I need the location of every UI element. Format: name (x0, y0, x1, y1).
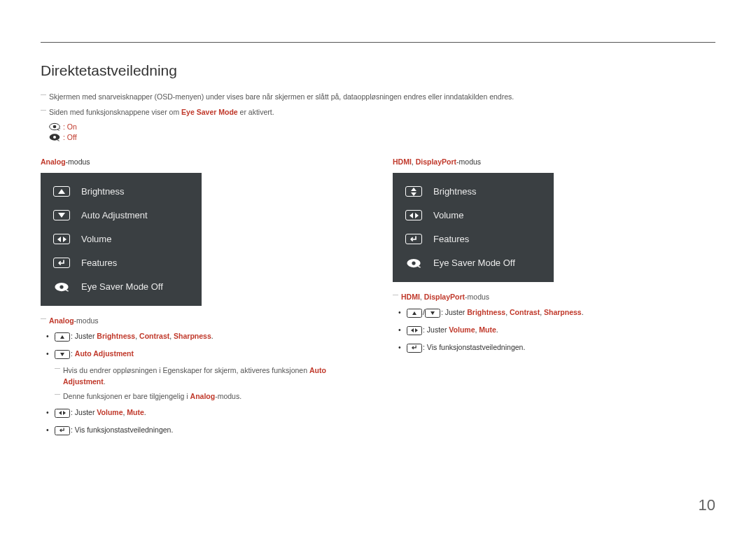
lb1-pre: : Juster (71, 332, 97, 340)
note-1: Skjermen med snarveisknapper (OSD-menyen… (41, 92, 715, 103)
left-column: Analog-modus Brightness Auto Adjustment … (41, 143, 368, 442)
svg-line-6 (57, 140, 59, 141)
lb2-hl: Auto Adjustment (75, 349, 134, 358)
enter-key-inline-icon-r: ↵ (407, 344, 422, 353)
svg-line-12 (418, 266, 421, 267)
lb1-h3: Sharpness (174, 332, 211, 340)
note-2-pre: Siden med funksjonsknappene viser om (49, 108, 181, 116)
enter-key-inline-icon: ↵ (55, 426, 70, 435)
lb4: : Vis funksjonstastveiledningen. (71, 426, 173, 434)
osd-brightness: Brightness (41, 180, 202, 204)
right-bullet-3: ↵: Vis funksjonstastveiledningen. (393, 342, 720, 353)
top-rule (41, 42, 715, 43)
eye-off-row: : Off (49, 133, 715, 141)
left-subdash-1: Hvis du endrer oppløsningen i Egenskaper… (41, 365, 368, 388)
osd-volume: Volume (41, 227, 202, 251)
rb3: : Vis funksjonstastveiledningen. (423, 343, 525, 351)
svg-line-2 (57, 129, 59, 130)
osd-features-r: ↵ Features (393, 227, 554, 251)
rb2-h1: Volume (449, 325, 475, 334)
left-sub-mode-hl: Analog (49, 316, 74, 325)
columns: Analog-modus Brightness Auto Adjustment … (41, 143, 715, 442)
leftright-key-icon-r (405, 210, 422, 220)
lsd2-pre: Denne funksjonen er bare tilgjengelig i (63, 392, 190, 400)
eye-off-label: : Off (63, 133, 77, 141)
eye-on-label: : On (63, 122, 77, 131)
rb1-pre: : Juster (441, 308, 467, 316)
left-bullet-2: : Auto Adjustment (41, 348, 368, 360)
svg-point-5 (53, 136, 56, 139)
rmode-suffix: -modus (456, 157, 481, 166)
up-key-inline-icon-r (407, 309, 422, 318)
lb3-end: . (144, 408, 146, 416)
svg-point-11 (412, 261, 415, 265)
osd-eye-saver-r: Eye Saver Mode Off (393, 251, 554, 275)
lsd1-end: . (104, 377, 106, 386)
osd-volume-label: Volume (81, 234, 111, 244)
down-key-icon (53, 210, 70, 220)
right-mode-label: HDMI, DisplayPort-modus (393, 157, 720, 166)
osd-volume-r: Volume (393, 204, 554, 227)
lb1-h1: Brightness (97, 332, 135, 340)
lsd2-hl: Analog (190, 392, 216, 400)
down-key-inline-icon-r (425, 309, 440, 318)
osd-eye-r-label: Eye Saver Mode Off (433, 258, 515, 268)
rsm-suffix: -modus (465, 293, 489, 301)
up-key-icon (53, 186, 70, 197)
eye-on-row: : On (49, 122, 715, 131)
leftright-key-inline-icon-r (407, 326, 422, 335)
note-2: Siden med funksjonsknappene viser om Eye… (41, 107, 715, 118)
leftright-key-icon (53, 234, 70, 244)
lsd2-end: -modus. (215, 392, 241, 400)
page-title: Direktetastveiledning (41, 62, 715, 79)
leftright-key-inline-icon (55, 409, 70, 418)
lb3-pre: : Juster (71, 408, 97, 416)
left-bullet-3: : Juster Volume, Mute. (41, 407, 368, 419)
lsd1-pre: Hvis du endrer oppløsningen i Egenskaper… (63, 366, 309, 374)
osd-eye-label: Eye Saver Mode Off (81, 281, 163, 292)
enter-key-icon-r: ↵ (405, 234, 422, 244)
osd-brightness-label: Brightness (81, 186, 124, 197)
right-bullet-2: : Juster Volume, Mute. (393, 324, 720, 336)
lb1-end: . (211, 332, 214, 340)
right-bullet-1: /: Juster Brightness, Contrast, Sharpnes… (393, 307, 720, 318)
page-number: 10 (699, 496, 715, 514)
eye-saver-icon-r (406, 258, 421, 268)
osd-auto-adj-label: Auto Adjustment (81, 210, 148, 220)
left-mode-suffix: -modus (66, 157, 90, 166)
note-2-hl: Eye Saver Mode (181, 108, 238, 116)
left-sub-mode: Analog-modus (41, 316, 368, 327)
rsm-h1: HDMI (401, 293, 420, 301)
osd-volume-r-label: Volume (433, 210, 463, 220)
rb2-end: . (496, 325, 498, 334)
rmode-h2: DisplayPort (416, 157, 456, 166)
note-2-post: er aktivert. (238, 108, 274, 116)
up-key-inline-icon (55, 332, 70, 342)
osd-features-label: Features (81, 258, 117, 268)
left-mode-hl: Analog (41, 157, 66, 166)
left-bullet-1: : Juster Brightness, Contrast, Sharpness… (41, 330, 368, 342)
rb2-h2: Mute (479, 325, 496, 334)
left-notes: Analog-modus : Juster Brightness, Contra… (41, 316, 368, 436)
svg-point-1 (53, 125, 57, 128)
eye-off-icon (49, 133, 60, 141)
eye-saver-icon (54, 282, 69, 292)
rb1-h2: Contrast (510, 308, 540, 316)
svg-line-9 (66, 290, 69, 291)
svg-line-3 (59, 128, 60, 129)
svg-point-8 (59, 285, 63, 288)
osd-eye-saver: Eye Saver Mode Off (41, 275, 202, 299)
updown-key-icon (405, 186, 422, 197)
lb3-h1: Volume (97, 408, 122, 416)
osd-features-r-label: Features (433, 234, 469, 244)
left-subdash-2: Denne funksjonen er bare tilgjengelig i … (41, 391, 368, 402)
lb1-h2: Contrast (139, 332, 169, 340)
enter-key-icon: ↵ (53, 258, 70, 268)
osd-features: ↵ Features (41, 251, 202, 275)
osd-brightness-r: Brightness (393, 180, 554, 204)
osd-brightness-r-label: Brightness (433, 186, 476, 197)
left-mode-label: Analog-modus (41, 157, 368, 166)
osd-auto-adjustment: Auto Adjustment (41, 204, 202, 227)
rmode-h1: HDMI (393, 157, 412, 166)
left-bullet-4: ↵: Vis funksjonstastveiledningen. (41, 424, 368, 436)
